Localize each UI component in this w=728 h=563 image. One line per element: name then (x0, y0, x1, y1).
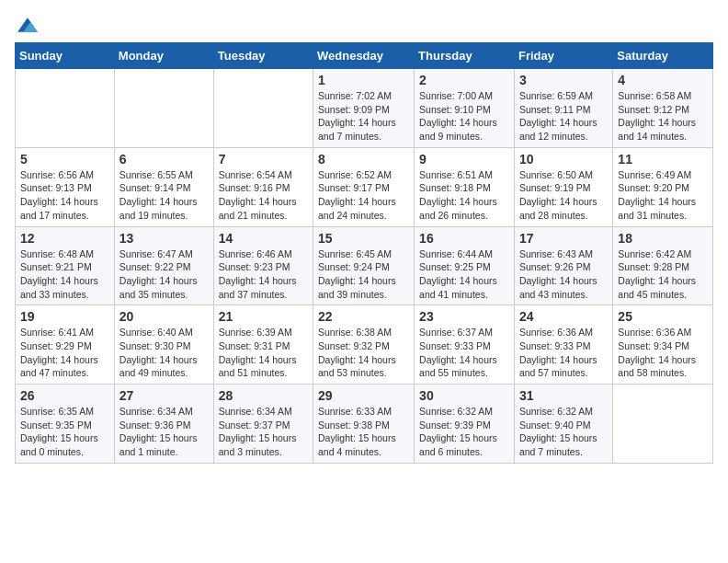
day-number: 24 (519, 309, 608, 324)
day-number: 30 (419, 388, 509, 403)
cell-info: Sunrise: 6:33 AM Sunset: 9:38 PM Dayligh… (318, 405, 409, 459)
weekday-header: Friday (514, 43, 612, 69)
calendar-cell (213, 69, 313, 148)
day-number: 16 (419, 231, 509, 246)
calendar-body: 1Sunrise: 7:02 AM Sunset: 9:09 PM Daylig… (16, 69, 713, 464)
day-number: 13 (119, 231, 209, 246)
calendar-cell: 14Sunrise: 6:46 AM Sunset: 9:23 PM Dayli… (213, 226, 313, 305)
calendar-cell: 2Sunrise: 7:00 AM Sunset: 9:10 PM Daylig… (415, 69, 515, 148)
cell-info: Sunrise: 6:39 AM Sunset: 9:31 PM Dayligh… (219, 326, 308, 380)
weekday-header: Tuesday (213, 43, 313, 69)
day-number: 26 (20, 388, 109, 403)
calendar-cell: 25Sunrise: 6:36 AM Sunset: 9:34 PM Dayli… (613, 305, 713, 385)
day-number: 3 (519, 73, 608, 87)
calendar-cell: 3Sunrise: 6:59 AM Sunset: 9:11 PM Daylig… (514, 69, 612, 148)
day-number: 11 (618, 152, 708, 167)
day-number: 12 (20, 231, 109, 246)
calendar-cell: 20Sunrise: 6:40 AM Sunset: 9:30 PM Dayli… (114, 305, 213, 385)
logo (15, 15, 44, 35)
day-number: 1 (318, 73, 409, 87)
day-number: 17 (519, 231, 608, 246)
cell-info: Sunrise: 6:58 AM Sunset: 9:12 PM Dayligh… (618, 89, 708, 144)
day-number: 23 (419, 309, 509, 324)
calendar-cell: 31Sunrise: 6:32 AM Sunset: 9:40 PM Dayli… (514, 385, 612, 464)
day-number: 29 (318, 388, 409, 403)
calendar-week-row: 5Sunrise: 6:56 AM Sunset: 9:13 PM Daylig… (16, 147, 713, 226)
day-number: 8 (318, 152, 409, 167)
weekday-header-row: SundayMondayTuesdayWednesdayThursdayFrid… (16, 43, 713, 69)
cell-info: Sunrise: 7:02 AM Sunset: 9:09 PM Dayligh… (318, 89, 409, 144)
day-number: 4 (618, 73, 708, 87)
day-number: 6 (119, 152, 209, 167)
calendar-cell: 1Sunrise: 7:02 AM Sunset: 9:09 PM Daylig… (313, 69, 415, 148)
weekday-header: Wednesday (313, 43, 415, 69)
calendar-cell: 16Sunrise: 6:44 AM Sunset: 9:25 PM Dayli… (415, 226, 515, 305)
cell-info: Sunrise: 6:44 AM Sunset: 9:25 PM Dayligh… (419, 247, 509, 302)
cell-info: Sunrise: 6:46 AM Sunset: 9:23 PM Dayligh… (219, 247, 308, 302)
calendar-cell: 7Sunrise: 6:54 AM Sunset: 9:16 PM Daylig… (213, 147, 313, 226)
cell-info: Sunrise: 7:00 AM Sunset: 9:10 PM Dayligh… (419, 89, 509, 144)
cell-info: Sunrise: 6:47 AM Sunset: 9:22 PM Dayligh… (119, 247, 209, 302)
calendar-cell: 17Sunrise: 6:43 AM Sunset: 9:26 PM Dayli… (514, 226, 612, 305)
calendar-week-row: 19Sunrise: 6:41 AM Sunset: 9:29 PM Dayli… (16, 305, 713, 385)
cell-info: Sunrise: 6:45 AM Sunset: 9:24 PM Dayligh… (318, 247, 409, 302)
calendar-cell: 24Sunrise: 6:36 AM Sunset: 9:33 PM Dayli… (514, 305, 612, 385)
day-number: 18 (618, 231, 708, 246)
day-number: 15 (318, 231, 409, 246)
day-number: 31 (519, 388, 608, 403)
calendar-cell: 18Sunrise: 6:42 AM Sunset: 9:28 PM Dayli… (613, 226, 713, 305)
calendar-cell: 19Sunrise: 6:41 AM Sunset: 9:29 PM Dayli… (16, 305, 115, 385)
calendar-cell: 26Sunrise: 6:35 AM Sunset: 9:35 PM Dayli… (16, 385, 115, 464)
calendar-cell: 15Sunrise: 6:45 AM Sunset: 9:24 PM Dayli… (313, 226, 415, 305)
day-number: 14 (219, 231, 308, 246)
calendar-cell: 30Sunrise: 6:32 AM Sunset: 9:39 PM Dayli… (415, 385, 515, 464)
cell-info: Sunrise: 6:41 AM Sunset: 9:29 PM Dayligh… (20, 326, 109, 380)
cell-info: Sunrise: 6:40 AM Sunset: 9:30 PM Dayligh… (119, 326, 209, 380)
day-number: 22 (318, 309, 409, 324)
calendar-cell (114, 69, 213, 148)
calendar-cell: 21Sunrise: 6:39 AM Sunset: 9:31 PM Dayli… (213, 305, 313, 385)
calendar-cell: 29Sunrise: 6:33 AM Sunset: 9:38 PM Dayli… (313, 385, 415, 464)
calendar-cell: 6Sunrise: 6:55 AM Sunset: 9:14 PM Daylig… (114, 147, 213, 226)
calendar-cell: 8Sunrise: 6:52 AM Sunset: 9:17 PM Daylig… (313, 147, 415, 226)
cell-info: Sunrise: 6:34 AM Sunset: 9:36 PM Dayligh… (119, 405, 209, 459)
cell-info: Sunrise: 6:52 AM Sunset: 9:17 PM Dayligh… (318, 168, 409, 223)
calendar-cell: 11Sunrise: 6:49 AM Sunset: 9:20 PM Dayli… (613, 147, 713, 226)
cell-info: Sunrise: 6:48 AM Sunset: 9:21 PM Dayligh… (20, 247, 109, 302)
day-number: 25 (618, 309, 708, 324)
day-number: 2 (419, 73, 509, 87)
calendar-cell: 28Sunrise: 6:34 AM Sunset: 9:37 PM Dayli… (213, 385, 313, 464)
cell-info: Sunrise: 6:55 AM Sunset: 9:14 PM Dayligh… (119, 168, 209, 223)
cell-info: Sunrise: 6:51 AM Sunset: 9:18 PM Dayligh… (419, 168, 509, 223)
calendar-week-row: 1Sunrise: 7:02 AM Sunset: 9:09 PM Daylig… (16, 69, 713, 148)
day-number: 19 (20, 309, 109, 324)
cell-info: Sunrise: 6:36 AM Sunset: 9:33 PM Dayligh… (519, 326, 608, 380)
cell-info: Sunrise: 6:32 AM Sunset: 9:40 PM Dayligh… (519, 405, 608, 459)
day-number: 27 (119, 388, 209, 403)
day-number: 20 (119, 309, 209, 324)
day-number: 7 (219, 152, 308, 167)
day-number: 10 (519, 152, 608, 167)
calendar-cell: 23Sunrise: 6:37 AM Sunset: 9:33 PM Dayli… (415, 305, 515, 385)
cell-info: Sunrise: 6:36 AM Sunset: 9:34 PM Dayligh… (618, 326, 708, 380)
day-number: 21 (219, 309, 308, 324)
weekday-header: Monday (114, 43, 213, 69)
weekday-header: Saturday (613, 43, 713, 69)
cell-info: Sunrise: 6:59 AM Sunset: 9:11 PM Dayligh… (519, 89, 608, 144)
calendar-week-row: 12Sunrise: 6:48 AM Sunset: 9:21 PM Dayli… (16, 226, 713, 305)
weekday-header: Thursday (415, 43, 515, 69)
page-header (15, 15, 713, 35)
calendar-cell: 27Sunrise: 6:34 AM Sunset: 9:36 PM Dayli… (114, 385, 213, 464)
day-number: 5 (20, 152, 109, 167)
cell-info: Sunrise: 6:32 AM Sunset: 9:39 PM Dayligh… (419, 405, 509, 459)
cell-info: Sunrise: 6:50 AM Sunset: 9:19 PM Dayligh… (519, 168, 608, 223)
cell-info: Sunrise: 6:56 AM Sunset: 9:13 PM Dayligh… (20, 168, 109, 223)
calendar-cell (16, 69, 115, 148)
calendar-cell: 5Sunrise: 6:56 AM Sunset: 9:13 PM Daylig… (16, 147, 115, 226)
calendar-cell: 22Sunrise: 6:38 AM Sunset: 9:32 PM Dayli… (313, 305, 415, 385)
calendar-week-row: 26Sunrise: 6:35 AM Sunset: 9:35 PM Dayli… (16, 385, 713, 464)
day-number: 9 (419, 152, 509, 167)
logo-icon (15, 15, 40, 35)
cell-info: Sunrise: 6:54 AM Sunset: 9:16 PM Dayligh… (219, 168, 308, 223)
calendar-cell: 9Sunrise: 6:51 AM Sunset: 9:18 PM Daylig… (415, 147, 515, 226)
